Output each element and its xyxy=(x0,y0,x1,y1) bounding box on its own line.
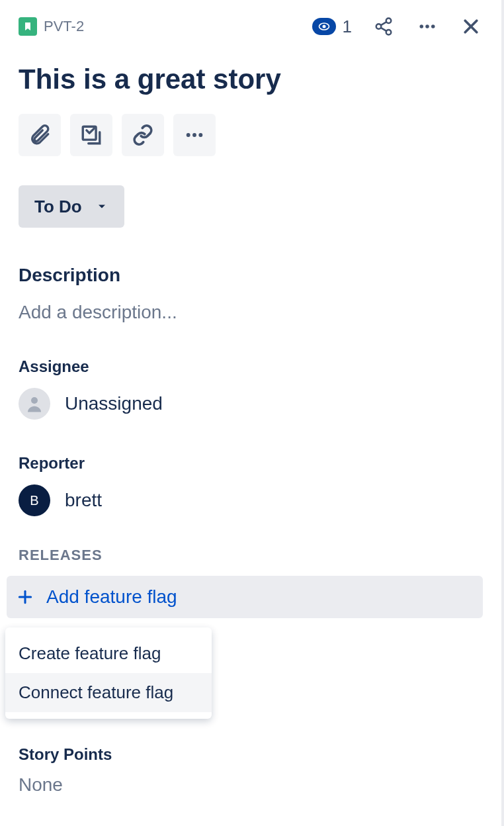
story-points-value[interactable]: None xyxy=(19,774,483,796)
svg-point-14 xyxy=(192,133,196,137)
reporter-field[interactable]: B brett xyxy=(19,484,483,516)
svg-point-2 xyxy=(386,19,392,24)
reporter-avatar: B xyxy=(19,484,50,516)
description-field[interactable]: Add a description... xyxy=(19,302,483,323)
story-points-label: Story Points xyxy=(19,745,483,764)
assignee-value: Unassigned xyxy=(65,393,163,414)
eye-icon xyxy=(312,18,336,35)
header-row: PVT-2 1 xyxy=(19,13,483,40)
assignee-label: Assignee xyxy=(19,357,483,376)
menu-item-create-feature-flag[interactable]: Create feature flag xyxy=(5,634,212,673)
releases-heading: RELEASES xyxy=(19,547,483,564)
svg-point-8 xyxy=(425,24,429,28)
status-dropdown[interactable]: To Do xyxy=(19,185,124,228)
close-button[interactable] xyxy=(459,15,483,38)
watchers-button[interactable]: 1 xyxy=(312,17,352,37)
add-feature-flag-button[interactable]: Add feature flag xyxy=(7,576,483,618)
svg-line-5 xyxy=(381,22,387,25)
assignee-field[interactable]: Unassigned xyxy=(19,388,483,420)
issue-key[interactable]: PVT-2 xyxy=(44,18,84,35)
unassigned-avatar-icon xyxy=(19,388,50,420)
more-toolbar-button[interactable] xyxy=(173,114,216,156)
feature-flag-dropdown: Create feature flag Connect feature flag xyxy=(5,627,212,719)
svg-point-9 xyxy=(431,24,435,28)
status-label: To Do xyxy=(34,197,82,217)
issue-title[interactable]: This is a great story xyxy=(19,64,483,95)
svg-point-13 xyxy=(187,133,190,137)
svg-line-6 xyxy=(381,28,387,31)
more-actions-button[interactable] xyxy=(415,15,439,38)
svg-point-1 xyxy=(322,25,325,28)
story-type-icon xyxy=(19,17,37,36)
menu-item-connect-feature-flag[interactable]: Connect feature flag xyxy=(5,673,212,712)
breadcrumb[interactable]: PVT-2 xyxy=(19,17,84,36)
link-button[interactable] xyxy=(122,114,164,156)
reporter-value: brett xyxy=(65,490,102,511)
reporter-label: Reporter xyxy=(19,454,483,473)
svg-point-7 xyxy=(420,24,424,28)
header-actions: 1 xyxy=(312,15,483,38)
plus-icon xyxy=(13,585,37,609)
action-toolbar xyxy=(19,114,483,156)
add-feature-flag-label: Add feature flag xyxy=(46,586,177,608)
attach-button[interactable] xyxy=(19,114,61,156)
share-button[interactable] xyxy=(372,15,396,38)
svg-point-15 xyxy=(198,133,202,137)
description-heading: Description xyxy=(19,265,483,286)
watch-count: 1 xyxy=(343,17,352,37)
svg-point-4 xyxy=(386,30,392,35)
chevron-down-icon xyxy=(95,200,108,213)
add-subtask-button[interactable] xyxy=(70,114,112,156)
svg-point-3 xyxy=(376,24,382,29)
svg-point-16 xyxy=(31,397,38,404)
